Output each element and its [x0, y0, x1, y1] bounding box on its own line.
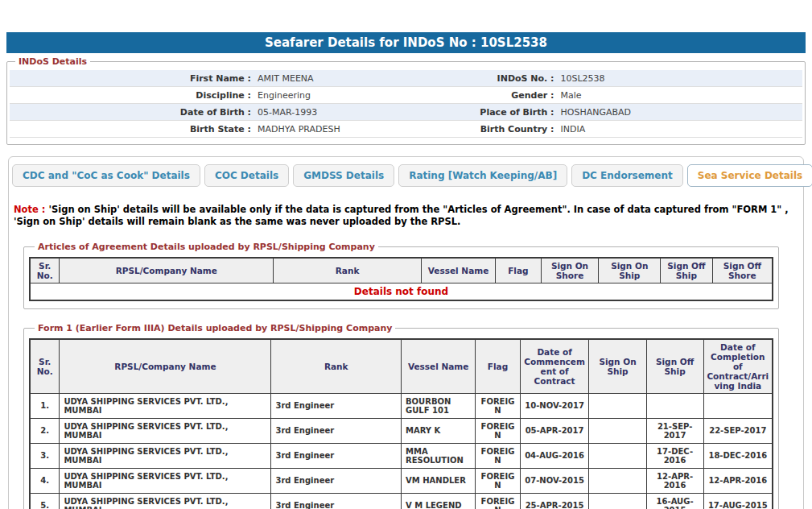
- table-cell: 12-APR-2016: [703, 468, 773, 493]
- table-cell: 17-DEC-2016: [646, 443, 703, 468]
- table-row: 2.UDYA SHIPPING SERVICES PVT. LTD., MUMB…: [30, 418, 773, 443]
- tab-rating-watch-keeping-ab[interactable]: Rating [Watch Keeping/AB]: [398, 164, 567, 187]
- birth-country-value: INDIA: [554, 124, 586, 134]
- table-cell: 22-SEP-2017: [703, 418, 773, 443]
- first-name-label: First Name :: [10, 73, 251, 84]
- discipline-value: Engineering: [251, 90, 311, 101]
- tab-gmdss-details[interactable]: GMDSS Details: [293, 164, 394, 187]
- articles-of-agreement-legend: Articles of Agreement Details uploaded b…: [35, 242, 378, 252]
- column-header: Sign On Ship: [589, 339, 646, 394]
- table-cell: FOREIGN: [476, 418, 520, 443]
- table-cell: 16-AUG-2015: [646, 493, 703, 509]
- tab-cdc-coc-as-cook-details[interactable]: CDC and "CoC as Cook" Details: [12, 164, 200, 187]
- first-name-value: AMIT MEENA: [251, 73, 314, 84]
- table-cell: 10-NOV-2017: [520, 393, 589, 418]
- table-cell: FOREIGN: [476, 443, 520, 468]
- indos-details-section: INDoS Details First Name : AMIT MEENA IN…: [6, 56, 806, 145]
- table-cell: FOREIGN: [476, 493, 520, 509]
- birth-state-label: Birth State :: [10, 124, 251, 134]
- articles-table: Sr. No.RPSL/Company NameRankVessel NameF…: [29, 257, 773, 301]
- table-cell: 21-SEP-2017: [646, 418, 703, 443]
- place-of-birth-value: HOSHANGABAD: [554, 107, 632, 118]
- column-header: Sr. No.: [30, 339, 60, 394]
- table-cell: 3rd Engineer: [271, 418, 402, 443]
- column-header: Rank: [274, 258, 422, 283]
- column-header: RPSL/Company Name: [60, 339, 271, 394]
- tab-dc-endorsement[interactable]: DC Endorsement: [571, 164, 683, 187]
- empty-message: Details not found: [30, 283, 773, 300]
- column-header: Sr. No.: [30, 258, 60, 283]
- table-cell: V M LEGEND: [401, 493, 475, 509]
- table-cell: 3rd Engineer: [271, 493, 402, 509]
- note-text: Note : 'Sign on Ship' details will be av…: [14, 204, 798, 228]
- detail-row: Discipline : Engineering Gender : Male: [10, 87, 802, 104]
- column-header: RPSL/Company Name: [60, 258, 274, 283]
- table-cell: 07-NOV-2015: [520, 468, 589, 493]
- table-cell: [589, 393, 646, 418]
- table-cell: 3rd Engineer: [271, 393, 402, 418]
- column-header: Sign Off Shore: [712, 258, 773, 283]
- column-header: Sign Off Ship: [661, 258, 713, 283]
- indos-details-legend: INDoS Details: [15, 56, 90, 67]
- discipline-label: Discipline :: [10, 90, 251, 101]
- page-title: Seafarer Details for INDoS No : 10SL2538: [6, 32, 806, 53]
- table-cell: BOURBON GULF 101: [401, 393, 475, 418]
- table-cell: UDYA SHIPPING SERVICES PVT. LTD., MUMBAI: [60, 468, 271, 493]
- table-cell: 3.: [30, 443, 60, 468]
- column-header: Vessel Name: [401, 339, 475, 394]
- column-header: Sign On Ship: [599, 258, 661, 283]
- tab-sea-service-details[interactable]: Sea Service Details: [687, 164, 812, 187]
- table-cell: 04-AUG-2016: [520, 443, 589, 468]
- table-cell: 5.: [30, 493, 60, 509]
- form1-legend: Form 1 (Earlier Form IIIA) Details uploa…: [35, 323, 395, 333]
- table-cell: [589, 493, 646, 509]
- birth-state-value: MADHYA PRADESH: [251, 124, 340, 134]
- column-header: Rank: [271, 339, 402, 394]
- articles-of-agreement-section: Articles of Agreement Details uploaded b…: [23, 242, 779, 309]
- form1-table: Sr. No.RPSL/Company NameRankVessel NameF…: [29, 338, 773, 509]
- table-row: 3.UDYA SHIPPING SERVICES PVT. LTD., MUMB…: [30, 443, 773, 468]
- table-cell: UDYA SHIPPING SERVICES PVT. LTD., MUMBAI: [60, 493, 271, 509]
- table-cell: 12-APR-2016: [646, 468, 703, 493]
- column-header: Flag: [496, 258, 541, 283]
- table-cell: UDYA SHIPPING SERVICES PVT. LTD., MUMBAI: [60, 418, 271, 443]
- table-cell: 18-DEC-2016: [703, 443, 773, 468]
- column-header: Sign On Shore: [541, 258, 599, 283]
- place-of-birth-label: Place of Birth :: [406, 107, 554, 118]
- detail-row: First Name : AMIT MEENA INDoS No. : 10SL…: [10, 70, 802, 87]
- note-body: 'Sign on Ship' details will be available…: [14, 204, 789, 227]
- table-cell: [589, 418, 646, 443]
- note-label: Note :: [14, 204, 45, 215]
- table-cell: VM HANDLER: [401, 468, 475, 493]
- column-header: Flag: [476, 339, 520, 394]
- gender-label: Gender :: [406, 90, 554, 101]
- table-cell: 3rd Engineer: [271, 443, 402, 468]
- table-cell: 1.: [30, 393, 60, 418]
- column-header: Sign Off Ship: [646, 339, 703, 394]
- detail-row: Date of Birth : 05-MAR-1993 Place of Bir…: [10, 104, 802, 121]
- tab-bar: CDC and "CoC as Cook" Details COC Detail…: [9, 157, 803, 187]
- table-cell: FOREIGN: [476, 468, 520, 493]
- table-cell: UDYA SHIPPING SERVICES PVT. LTD., MUMBAI: [60, 393, 271, 418]
- date-of-birth-label: Date of Birth :: [10, 107, 251, 118]
- tab-panel: CDC and "CoC as Cook" Details COC Detail…: [8, 156, 804, 509]
- column-header: Vessel Name: [421, 258, 495, 283]
- table-cell: 3rd Engineer: [271, 468, 402, 493]
- table-cell: FOREIGN: [476, 393, 520, 418]
- indos-no-label: INDoS No. :: [406, 73, 554, 84]
- column-header: Date of Commencement of Contract: [520, 339, 589, 394]
- table-row: Details not found: [30, 283, 773, 300]
- form1-section: Form 1 (Earlier Form IIIA) Details uploa…: [23, 323, 779, 509]
- table-cell: MARY K: [401, 418, 475, 443]
- date-of-birth-value: 05-MAR-1993: [251, 107, 317, 118]
- table-cell: 25-APR-2015: [520, 493, 589, 509]
- table-cell: [589, 468, 646, 493]
- table-row: 1.UDYA SHIPPING SERVICES PVT. LTD., MUMB…: [30, 393, 773, 418]
- table-cell: [589, 443, 646, 468]
- table-cell: 2.: [30, 418, 60, 443]
- gender-value: Male: [554, 90, 582, 101]
- table-cell: 05-APR-2017: [520, 418, 589, 443]
- table-cell: 17-AUG-2015: [703, 493, 773, 509]
- tab-coc-details[interactable]: COC Details: [204, 164, 289, 187]
- indos-no-value: 10SL2538: [554, 73, 605, 84]
